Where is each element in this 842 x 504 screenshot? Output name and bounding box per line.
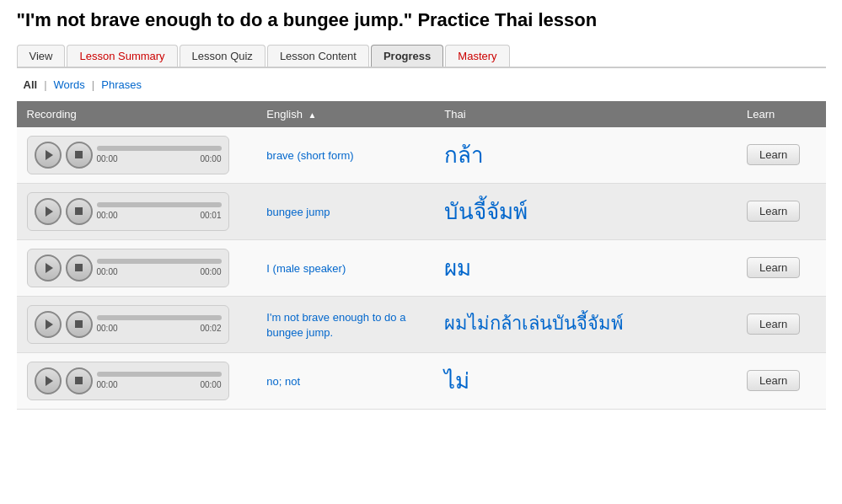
audio-player: 00:00 00:00	[27, 362, 229, 400]
col-header-recording: Recording	[17, 101, 257, 127]
stop-button[interactable]	[66, 311, 93, 338]
english-cell: bungee jump	[256, 183, 434, 239]
play-button[interactable]	[35, 198, 62, 225]
filter-bar: All | Words | Phrases	[17, 77, 826, 93]
learn-button[interactable]: Learn	[747, 370, 800, 391]
thai-text: กล้า	[444, 142, 484, 168]
thai-cell: บันจี้จัมพ์	[434, 183, 737, 239]
tab-view[interactable]: View	[17, 45, 66, 67]
thai-text: ผมไม่กล้าเล่นบันจี้จัมพ์	[444, 313, 624, 334]
english-text: no; not	[266, 375, 300, 388]
learn-button[interactable]: Learn	[747, 201, 800, 222]
progress-bar	[97, 372, 222, 377]
stop-button[interactable]	[66, 255, 93, 281]
learn-button[interactable]: Learn	[747, 144, 800, 165]
tab-lesson-quiz[interactable]: Lesson Quiz	[180, 45, 265, 67]
play-button[interactable]	[35, 142, 62, 169]
progress-bar	[97, 259, 222, 264]
tab-progress[interactable]: Progress	[371, 45, 443, 67]
tab-lesson-content[interactable]: Lesson Content	[267, 45, 369, 67]
learn-cell: Learn	[737, 127, 826, 184]
play-button[interactable]	[35, 255, 62, 281]
player-controls: 00:00 00:00	[97, 146, 222, 164]
time-end: 00:02	[200, 324, 221, 333]
table-header-row: Recording English ▲ Thai Learn	[17, 101, 826, 127]
thai-cell: ผม	[434, 239, 737, 296]
thai-text: บันจี้จัมพ์	[444, 199, 528, 224]
table-row: 00:00 00:00 no; notไม่Learn	[17, 352, 826, 409]
tab-lesson-summary[interactable]: Lesson Summary	[67, 45, 177, 67]
progress-bar	[97, 146, 222, 151]
learn-cell: Learn	[737, 352, 826, 409]
english-cell: I (male speaker)	[256, 239, 434, 296]
table-row: 00:00 00:00 brave (short form)กล้าLearn	[17, 127, 826, 184]
time-display: 00:00 00:00	[97, 380, 222, 389]
player-controls: 00:00 00:00	[97, 372, 222, 389]
audio-player: 00:00 00:02	[27, 305, 229, 344]
player-controls: 00:00 00:00	[97, 259, 222, 276]
time-display: 00:00 00:00	[97, 267, 222, 276]
time-end: 00:00	[200, 154, 221, 164]
play-button[interactable]	[35, 311, 62, 338]
english-text: bungee jump	[266, 206, 330, 218]
play-button[interactable]	[35, 367, 62, 394]
col-header-learn: Learn	[737, 101, 826, 127]
thai-cell: กล้า	[434, 127, 737, 184]
content-table: Recording English ▲ Thai Learn	[17, 101, 826, 410]
time-end: 00:00	[200, 267, 221, 276]
progress-bar	[97, 202, 222, 207]
time-start: 00:00	[97, 154, 118, 164]
english-text: I (male speaker)	[266, 262, 346, 275]
sort-arrow-icon: ▲	[308, 110, 317, 120]
filter-words[interactable]: Words	[47, 77, 92, 93]
recording-cell: 00:00 00:02	[17, 296, 257, 352]
learn-button[interactable]: Learn	[747, 314, 800, 335]
stop-button[interactable]	[66, 198, 93, 225]
time-end: 00:01	[200, 211, 221, 220]
player-controls: 00:00 00:01	[97, 202, 222, 220]
page-title: "I'm not brave enough to do a bungee jum…	[17, 8, 826, 33]
english-cell: brave (short form)	[256, 127, 434, 184]
tabs-bar: ViewLesson SummaryLesson QuizLesson Cont…	[17, 45, 826, 68]
stop-button[interactable]	[66, 367, 93, 394]
learn-cell: Learn	[737, 183, 826, 239]
tab-mastery[interactable]: Mastery	[445, 45, 509, 67]
thai-cell: ไม่	[434, 352, 737, 409]
col-header-thai: Thai	[434, 101, 737, 127]
col-header-english[interactable]: English ▲	[256, 101, 434, 127]
table-row: 00:00 00:00 I (male speaker)ผมLearn	[17, 239, 826, 296]
time-start: 00:00	[97, 380, 118, 389]
time-start: 00:00	[97, 324, 118, 333]
time-display: 00:00 00:02	[97, 324, 222, 333]
player-controls: 00:00 00:02	[97, 315, 222, 333]
time-end: 00:00	[200, 380, 221, 389]
table-row: 00:00 00:02 I'm not brave enough to do a…	[17, 296, 826, 352]
audio-player: 00:00 00:00	[27, 136, 229, 174]
english-text: I'm not brave enough to do a bungee jump…	[266, 311, 405, 339]
filter-all[interactable]: All	[17, 77, 45, 93]
filter-phrases[interactable]: Phrases	[94, 77, 148, 93]
learn-cell: Learn	[737, 239, 826, 296]
recording-cell: 00:00 00:00	[17, 352, 257, 409]
time-start: 00:00	[97, 211, 118, 220]
time-display: 00:00 00:00	[97, 154, 222, 164]
stop-button[interactable]	[66, 142, 93, 169]
thai-text: ผม	[444, 255, 471, 281]
english-cell: I'm not brave enough to do a bungee jump…	[256, 296, 434, 352]
thai-cell: ผมไม่กล้าเล่นบันจี้จัมพ์	[434, 296, 737, 352]
thai-text: ไม่	[444, 368, 469, 394]
time-display: 00:00 00:01	[97, 211, 222, 220]
learn-button[interactable]: Learn	[747, 257, 800, 278]
time-start: 00:00	[97, 267, 118, 276]
recording-cell: 00:00 00:00	[17, 239, 257, 296]
english-text: brave (short form)	[266, 149, 353, 162]
english-cell: no; not	[256, 352, 434, 409]
audio-player: 00:00 00:00	[27, 249, 229, 287]
recording-cell: 00:00 00:00	[17, 127, 257, 184]
progress-bar	[97, 315, 222, 320]
audio-player: 00:00 00:01	[27, 192, 229, 231]
learn-cell: Learn	[737, 296, 826, 352]
table-row: 00:00 00:01 bungee jumpบันจี้จัมพ์Learn	[17, 183, 826, 239]
recording-cell: 00:00 00:01	[17, 183, 257, 239]
